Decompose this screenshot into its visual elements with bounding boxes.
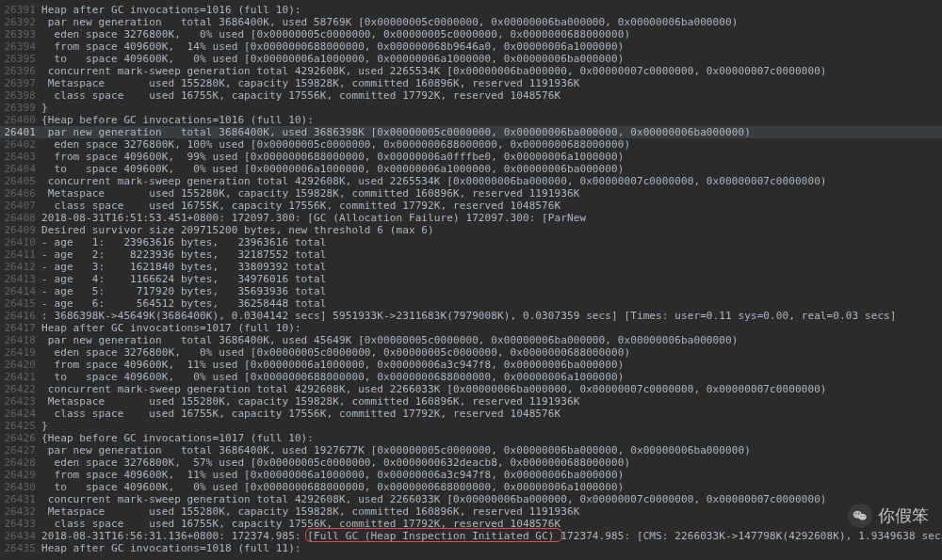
log-text: class space used 16755K, capacity 17556K… (41, 518, 942, 530)
line-number: 26432 (0, 505, 41, 518)
log-row: 26430 to space 409600K, 0% used [0x00000… (0, 481, 942, 493)
line-number: 26428 (0, 456, 41, 469)
log-text: {Heap before GC invocations=1017 (full 1… (41, 432, 942, 444)
log-text: Heap after GC invocations=1017 (full 10)… (41, 322, 942, 334)
line-number: 26426 (0, 432, 41, 444)
log-text: 2018-08-31T16:51:53.451+0800: 172097.300… (41, 212, 942, 224)
log-row: 26396 concurrent mark-sweep generation t… (0, 65, 942, 77)
log-text: eden space 3276800K, 0% used [0x00000005… (41, 346, 942, 359)
log-text: Metaspace used 155280K, capacity 159828K… (41, 187, 942, 200)
line-number: 26417 (0, 322, 41, 334)
log-text: from space 409600K, 14% used [0x00000006… (41, 40, 942, 53)
log-row: 26421 to space 409600K, 0% used [0x00000… (0, 371, 942, 383)
line-number: 26427 (0, 444, 41, 456)
log-row: 26416: 3686398K->45649K(3686400K), 0.030… (0, 310, 942, 322)
line-number: 26403 (0, 151, 41, 163)
log-text: from space 409600K, 11% used [0x00000006… (41, 469, 942, 481)
line-number: 26415 (0, 297, 41, 310)
log-row: 26412- age 3: 1621840 bytes, 33809392 to… (0, 261, 942, 273)
log-text: {Heap before GC invocations=1016 (full 1… (41, 114, 942, 126)
log-row: 26424 class space used 16755K, capacity … (0, 408, 942, 420)
log-row: 26423 Metaspace used 155280K, capacity 1… (0, 395, 942, 408)
log-text: par new generation total 3686400K, used … (41, 444, 942, 456)
line-number: 26421 (0, 371, 41, 383)
log-row: 26417Heap after GC invocations=1017 (ful… (0, 322, 942, 334)
line-number: 26430 (0, 481, 41, 493)
log-row: 26395 to space 409600K, 0% used [0x00000… (0, 53, 942, 65)
log-row: 264342018-08-31T16:56:31.136+0800: 17237… (0, 530, 942, 542)
log-row: 26426{Heap before GC invocations=1017 (f… (0, 432, 942, 444)
line-number: 26423 (0, 395, 41, 408)
line-number: 26413 (0, 273, 41, 285)
log-row: 26428 eden space 3276800K, 57% used [0x0… (0, 456, 942, 469)
log-text: : 3686398K->45649K(3686400K), 0.0304142 … (41, 310, 942, 322)
log-row: 26398 class space used 16755K, capacity … (0, 89, 942, 102)
line-number: 26435 (0, 542, 41, 554)
log-row: 26391Heap after GC invocations=1016 (ful… (0, 4, 942, 16)
log-row: 26435Heap after GC invocations=1018 (ful… (0, 542, 942, 554)
log-row: 26399} (0, 102, 942, 114)
log-row: 26392 par new generation total 3686400K,… (0, 16, 942, 28)
line-number: 26418 (0, 334, 41, 346)
log-row: 26431 concurrent mark-sweep generation t… (0, 493, 942, 505)
log-text: - age 2: 8223936 bytes, 32187552 total (41, 248, 942, 261)
line-number: 26429 (0, 469, 41, 481)
log-output: 26391Heap after GC invocations=1016 (ful… (0, 0, 942, 560)
line-number: 26412 (0, 261, 41, 273)
log-text: to space 409600K, 0% used [0x00000006880… (41, 481, 942, 493)
line-number: 26392 (0, 16, 41, 28)
line-number: 26434 (0, 530, 41, 542)
log-text: class space used 16755K, capacity 17556K… (41, 408, 942, 420)
log-text: 2018-08-31T16:56:31.136+0800: 172374.985… (41, 530, 942, 542)
line-number: 26404 (0, 163, 41, 175)
log-text: to space 409600K, 0% used [0x00000006a10… (41, 163, 942, 175)
log-text: Desired survivor size 209715200 bytes, n… (41, 224, 942, 236)
log-row: 26411- age 2: 8223936 bytes, 32187552 to… (0, 248, 942, 261)
log-text: eden space 3276800K, 0% used [0x00000005… (41, 28, 942, 40)
log-row: 26418 par new generation total 3686400K,… (0, 334, 942, 346)
log-row: 26429 from space 409600K, 11% used [0x00… (0, 469, 942, 481)
line-number: 26393 (0, 28, 41, 40)
line-number: 26395 (0, 53, 41, 65)
log-text: concurrent mark-sweep generation total 4… (41, 493, 942, 505)
line-number: 26424 (0, 408, 41, 420)
log-text: eden space 3276800K, 100% used [0x000000… (41, 138, 942, 151)
log-text: Heap after GC invocations=1018 (full 11)… (41, 542, 942, 554)
log-text: eden space 3276800K, 57% used [0x0000000… (41, 456, 942, 469)
line-number: 26422 (0, 383, 41, 395)
log-text: par new generation total 3686400K, used … (41, 16, 942, 28)
log-text: class space used 16755K, capacity 17556K… (41, 200, 942, 212)
log-row: 26419 eden space 3276800K, 0% used [0x00… (0, 346, 942, 359)
log-text: - age 6: 564512 bytes, 36258448 total (41, 297, 942, 310)
log-row: 26393 eden space 3276800K, 0% used [0x00… (0, 28, 942, 40)
log-row: 26400{Heap before GC invocations=1016 (f… (0, 114, 942, 126)
log-text: Metaspace used 155280K, capacity 159828K… (41, 77, 942, 89)
line-number: 26402 (0, 138, 41, 151)
log-text: from space 409600K, 11% used [0x00000006… (41, 359, 942, 371)
line-number: 26399 (0, 102, 41, 114)
line-number: 26414 (0, 285, 41, 297)
line-number: 26391 (0, 4, 41, 16)
line-number: 26419 (0, 346, 41, 359)
log-row: 26402 eden space 3276800K, 100% used [0x… (0, 138, 942, 151)
line-number: 26416 (0, 310, 41, 322)
line-number: 26405 (0, 175, 41, 187)
log-text: from space 409600K, 99% used [0x00000006… (41, 151, 942, 163)
log-text: class space used 16755K, capacity 17556K… (41, 89, 942, 102)
line-number: 26401 (0, 126, 41, 138)
line-number: 26396 (0, 65, 41, 77)
log-row: 26415- age 6: 564512 bytes, 36258448 tot… (0, 297, 942, 310)
line-number: 26400 (0, 114, 41, 126)
line-number: 26406 (0, 187, 41, 200)
line-number: 26394 (0, 40, 41, 53)
log-row: 26422 concurrent mark-sweep generation t… (0, 383, 942, 395)
line-number: 26433 (0, 518, 41, 530)
line-number: 26411 (0, 248, 41, 261)
log-text: } (41, 420, 942, 432)
log-row: 26414- age 5: 717920 bytes, 35693936 tot… (0, 285, 942, 297)
line-number: 26397 (0, 77, 41, 89)
line-number: 26398 (0, 89, 41, 102)
log-text: Metaspace used 155280K, capacity 159828K… (41, 395, 942, 408)
log-row: 26407 class space used 16755K, capacity … (0, 200, 942, 212)
line-number: 26410 (0, 236, 41, 248)
